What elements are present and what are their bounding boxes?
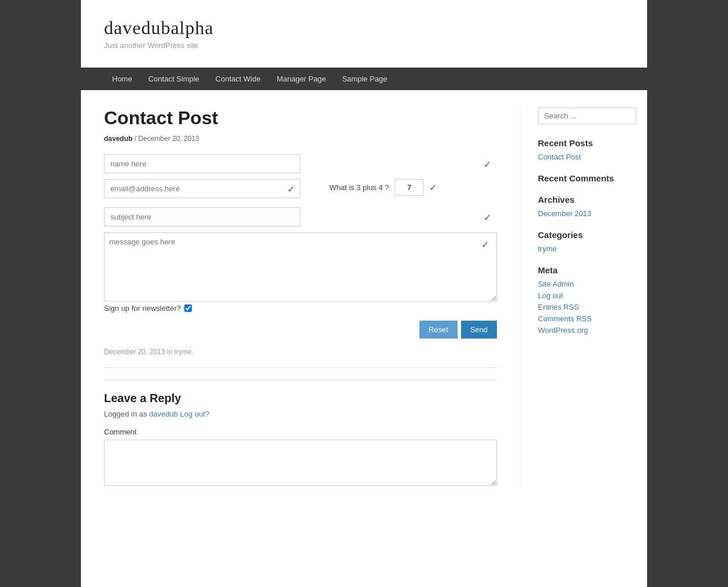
sidebar-recent-posts: Recent Posts Contact Post: [538, 138, 636, 162]
math-label: What is 3 plus 4 ?: [329, 183, 389, 192]
category-link-1[interactable]: tryme: [538, 244, 557, 253]
email-math-row: ✓ What is 3 plus 4 ? ✓: [104, 179, 497, 202]
recent-posts-list: Contact Post: [538, 153, 636, 162]
nav-item-home[interactable]: Home: [104, 68, 140, 90]
nav-item-sample-page[interactable]: Sample Page: [334, 68, 395, 90]
sidebar-archives: Archives December 2013: [538, 195, 636, 218]
email-field-row: ✓: [104, 179, 300, 198]
post-meta: davedub / December 20, 2013: [104, 135, 497, 143]
list-item: Site Admin: [538, 280, 636, 289]
archives-title: Archives: [538, 195, 636, 205]
categories-title: Categories: [538, 230, 636, 240]
logged-in-text: Logged in as: [104, 410, 147, 418]
message-textarea[interactable]: [104, 232, 497, 302]
nav-link-home[interactable]: Home: [104, 68, 140, 90]
leave-reply-title: Leave a Reply: [104, 392, 497, 405]
meta-list: Site Admin Log out Entries RSS Comments …: [538, 280, 636, 335]
post-footer-meta: December 20, 2013 in tryme.: [104, 348, 497, 356]
math-check-icon: ✓: [429, 182, 437, 193]
subject-check-icon: ✓: [484, 211, 491, 222]
recent-post-link-1[interactable]: Contact Post: [538, 153, 581, 161]
meta-link-wordpress-org[interactable]: WordPress.org: [538, 326, 588, 335]
recent-comments-title: Recent Comments: [538, 173, 636, 183]
list-item: Comments RSS: [538, 314, 636, 324]
list-item: tryme: [538, 244, 636, 254]
post-footer-date: December 20, 2013: [104, 348, 165, 356]
meta-link-comments-rss[interactable]: Comments RSS: [538, 314, 592, 323]
name-input[interactable]: [104, 154, 300, 173]
site-header: davedubalpha Just another WordPress site: [81, 0, 647, 68]
site-title: davedubalpha: [104, 17, 624, 39]
newsletter-label: Sign up for newsletter?: [104, 304, 181, 313]
archive-link-1[interactable]: December 2013: [538, 209, 592, 218]
archives-list: December 2013: [538, 209, 636, 218]
name-check-icon: ✓: [484, 158, 491, 169]
list-item: WordPress.org: [538, 326, 636, 335]
search-input[interactable]: [538, 107, 636, 124]
sidebar-meta: Meta Site Admin Log out Entries RSS Comm…: [538, 265, 636, 335]
name-field-row: ✓: [104, 154, 497, 173]
comment-textarea[interactable]: [104, 440, 497, 486]
math-question-row: What is 3 plus 4 ? ✓: [329, 179, 437, 196]
list-item: December 2013: [538, 209, 636, 218]
email-check-icon: ✓: [287, 183, 295, 194]
sidebar: Recent Posts Contact Post Recent Comment…: [521, 107, 636, 488]
meta-link-entries-rss[interactable]: Entries RSS: [538, 303, 579, 311]
meta-link-site-admin[interactable]: Site Admin: [538, 280, 574, 288]
logged-in-user-link[interactable]: davedub: [149, 410, 178, 418]
math-input[interactable]: [395, 179, 424, 196]
nav-item-contact-simple[interactable]: Contact Simple: [140, 68, 207, 90]
site-nav: Home Contact Simple Contact Wide Manager…: [81, 68, 647, 90]
newsletter-checkbox[interactable]: [184, 304, 192, 312]
content-wrapper: Contact Post davedub / December 20, 2013…: [81, 90, 647, 506]
reset-button[interactable]: Reset: [419, 321, 458, 339]
subject-input[interactable]: [104, 207, 300, 226]
sidebar-categories: Categories tryme: [538, 230, 636, 254]
site-tagline: Just another WordPress site: [104, 41, 624, 50]
leave-reply-section: Leave a Reply Logged in as davedub Log o…: [104, 392, 497, 488]
list-item: Contact Post: [538, 153, 636, 162]
email-input[interactable]: [104, 179, 300, 198]
sidebar-search: [538, 107, 636, 124]
divider-1: [104, 367, 497, 368]
nav-link-contact-wide[interactable]: Contact Wide: [207, 68, 269, 90]
meta-title: Meta: [538, 265, 636, 275]
nav-link-manager-page[interactable]: Manager Page: [269, 68, 334, 90]
recent-posts-title: Recent Posts: [538, 138, 636, 148]
send-button[interactable]: Send: [461, 321, 497, 339]
message-field-row: ✓: [104, 232, 497, 304]
post-footer-category[interactable]: tryme: [174, 348, 191, 356]
post-footer-in: in: [167, 348, 174, 356]
meta-link-log-out[interactable]: Log out: [538, 291, 563, 300]
message-check-icon: ✓: [481, 239, 489, 250]
nav-item-manager-page[interactable]: Manager Page: [269, 68, 334, 90]
nav-link-sample-page[interactable]: Sample Page: [334, 68, 395, 90]
main-content: Contact Post davedub / December 20, 2013…: [104, 107, 521, 488]
contact-form: ✓ ✓ What is 3 plus 4 ? ✓: [104, 154, 497, 356]
sidebar-recent-comments: Recent Comments: [538, 173, 636, 183]
list-item: Entries RSS: [538, 303, 636, 312]
post-date: December 20, 2013: [138, 135, 199, 143]
form-buttons-row: Reset Send: [104, 321, 497, 339]
logged-in-info: Logged in as davedub Log out?: [104, 410, 497, 418]
newsletter-row: Sign up for newsletter?: [104, 304, 497, 313]
comment-label: Comment: [104, 428, 497, 436]
post-title: Contact Post: [104, 107, 497, 129]
nav-item-contact-wide[interactable]: Contact Wide: [207, 68, 269, 90]
list-item: Log out: [538, 291, 636, 300]
categories-list: tryme: [538, 244, 636, 254]
post-author: davedub: [104, 135, 132, 143]
post-footer-period: .: [191, 348, 193, 356]
nav-link-contact-simple[interactable]: Contact Simple: [140, 68, 207, 90]
subject-field-row: ✓: [104, 207, 497, 226]
divider-2: [104, 380, 497, 380]
logout-link[interactable]: Log out?: [180, 410, 210, 418]
